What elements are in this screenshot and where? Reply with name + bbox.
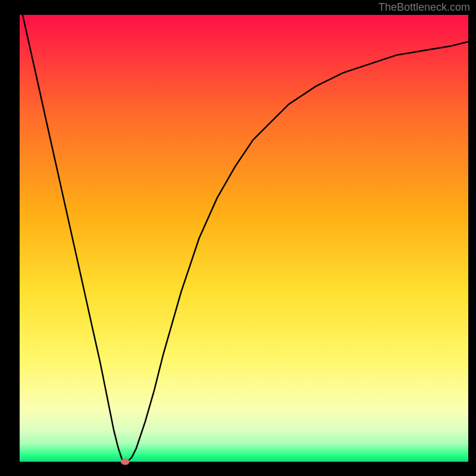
- plot-area: [20, 15, 468, 462]
- marker-dot: [121, 459, 129, 465]
- svg-point-0: [121, 459, 129, 465]
- bottleneck-chart: [0, 0, 476, 476]
- chart-container: TheBottleneck.com: [0, 0, 476, 476]
